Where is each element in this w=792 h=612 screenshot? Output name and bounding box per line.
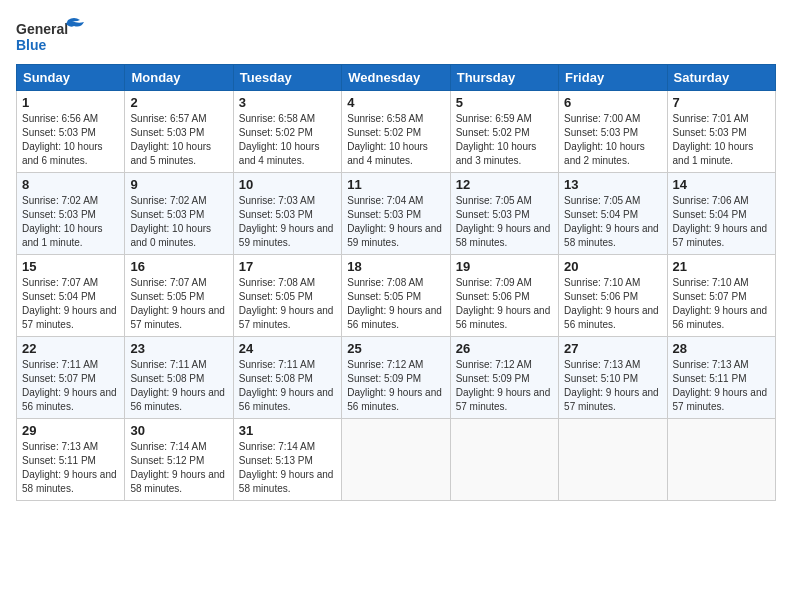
calendar-cell: 20 Sunrise: 7:10 AM Sunset: 5:06 PM Dayl… (559, 255, 667, 337)
calendar-table: SundayMondayTuesdayWednesdayThursdayFrid… (16, 64, 776, 501)
day-number: 18 (347, 259, 444, 274)
day-number: 17 (239, 259, 336, 274)
weekday-tuesday: Tuesday (233, 65, 341, 91)
calendar-cell: 2 Sunrise: 6:57 AM Sunset: 5:03 PM Dayli… (125, 91, 233, 173)
day-info: Sunrise: 7:08 AM Sunset: 5:05 PM Dayligh… (347, 276, 444, 332)
weekday-thursday: Thursday (450, 65, 558, 91)
day-number: 10 (239, 177, 336, 192)
calendar-week-4: 22 Sunrise: 7:11 AM Sunset: 5:07 PM Dayl… (17, 337, 776, 419)
day-number: 4 (347, 95, 444, 110)
calendar-cell: 16 Sunrise: 7:07 AM Sunset: 5:05 PM Dayl… (125, 255, 233, 337)
calendar-cell: 24 Sunrise: 7:11 AM Sunset: 5:08 PM Dayl… (233, 337, 341, 419)
day-info: Sunrise: 7:10 AM Sunset: 5:06 PM Dayligh… (564, 276, 661, 332)
calendar-cell: 10 Sunrise: 7:03 AM Sunset: 5:03 PM Dayl… (233, 173, 341, 255)
svg-text:Blue: Blue (16, 37, 47, 53)
weekday-sunday: Sunday (17, 65, 125, 91)
day-info: Sunrise: 7:14 AM Sunset: 5:13 PM Dayligh… (239, 440, 336, 496)
day-info: Sunrise: 6:57 AM Sunset: 5:03 PM Dayligh… (130, 112, 227, 168)
calendar-cell: 19 Sunrise: 7:09 AM Sunset: 5:06 PM Dayl… (450, 255, 558, 337)
calendar-cell: 18 Sunrise: 7:08 AM Sunset: 5:05 PM Dayl… (342, 255, 450, 337)
calendar-cell: 15 Sunrise: 7:07 AM Sunset: 5:04 PM Dayl… (17, 255, 125, 337)
calendar-cell: 14 Sunrise: 7:06 AM Sunset: 5:04 PM Dayl… (667, 173, 775, 255)
day-info: Sunrise: 6:58 AM Sunset: 5:02 PM Dayligh… (239, 112, 336, 168)
calendar-cell (559, 419, 667, 501)
day-info: Sunrise: 7:05 AM Sunset: 5:04 PM Dayligh… (564, 194, 661, 250)
weekday-friday: Friday (559, 65, 667, 91)
weekday-monday: Monday (125, 65, 233, 91)
day-info: Sunrise: 7:05 AM Sunset: 5:03 PM Dayligh… (456, 194, 553, 250)
calendar-cell (450, 419, 558, 501)
calendar-week-3: 15 Sunrise: 7:07 AM Sunset: 5:04 PM Dayl… (17, 255, 776, 337)
day-info: Sunrise: 7:06 AM Sunset: 5:04 PM Dayligh… (673, 194, 770, 250)
calendar-week-5: 29 Sunrise: 7:13 AM Sunset: 5:11 PM Dayl… (17, 419, 776, 501)
day-number: 3 (239, 95, 336, 110)
day-info: Sunrise: 7:02 AM Sunset: 5:03 PM Dayligh… (22, 194, 119, 250)
calendar-cell: 6 Sunrise: 7:00 AM Sunset: 5:03 PM Dayli… (559, 91, 667, 173)
day-info: Sunrise: 7:11 AM Sunset: 5:07 PM Dayligh… (22, 358, 119, 414)
day-number: 2 (130, 95, 227, 110)
day-info: Sunrise: 7:04 AM Sunset: 5:03 PM Dayligh… (347, 194, 444, 250)
calendar-cell: 9 Sunrise: 7:02 AM Sunset: 5:03 PM Dayli… (125, 173, 233, 255)
calendar-cell: 25 Sunrise: 7:12 AM Sunset: 5:09 PM Dayl… (342, 337, 450, 419)
day-number: 31 (239, 423, 336, 438)
calendar-cell: 26 Sunrise: 7:12 AM Sunset: 5:09 PM Dayl… (450, 337, 558, 419)
calendar-week-2: 8 Sunrise: 7:02 AM Sunset: 5:03 PM Dayli… (17, 173, 776, 255)
day-info: Sunrise: 7:11 AM Sunset: 5:08 PM Dayligh… (130, 358, 227, 414)
day-info: Sunrise: 7:02 AM Sunset: 5:03 PM Dayligh… (130, 194, 227, 250)
page-header: General Blue (16, 16, 776, 56)
weekday-saturday: Saturday (667, 65, 775, 91)
calendar-cell: 23 Sunrise: 7:11 AM Sunset: 5:08 PM Dayl… (125, 337, 233, 419)
calendar-cell (667, 419, 775, 501)
day-info: Sunrise: 7:12 AM Sunset: 5:09 PM Dayligh… (456, 358, 553, 414)
day-info: Sunrise: 7:07 AM Sunset: 5:05 PM Dayligh… (130, 276, 227, 332)
day-number: 7 (673, 95, 770, 110)
calendar-cell: 7 Sunrise: 7:01 AM Sunset: 5:03 PM Dayli… (667, 91, 775, 173)
calendar-cell (342, 419, 450, 501)
day-info: Sunrise: 7:13 AM Sunset: 5:11 PM Dayligh… (22, 440, 119, 496)
day-number: 15 (22, 259, 119, 274)
day-number: 9 (130, 177, 227, 192)
day-number: 30 (130, 423, 227, 438)
day-info: Sunrise: 7:12 AM Sunset: 5:09 PM Dayligh… (347, 358, 444, 414)
day-info: Sunrise: 7:00 AM Sunset: 5:03 PM Dayligh… (564, 112, 661, 168)
day-number: 25 (347, 341, 444, 356)
day-info: Sunrise: 7:01 AM Sunset: 5:03 PM Dayligh… (673, 112, 770, 168)
calendar-cell: 13 Sunrise: 7:05 AM Sunset: 5:04 PM Dayl… (559, 173, 667, 255)
day-info: Sunrise: 7:03 AM Sunset: 5:03 PM Dayligh… (239, 194, 336, 250)
day-number: 16 (130, 259, 227, 274)
svg-text:General: General (16, 21, 68, 37)
weekday-wednesday: Wednesday (342, 65, 450, 91)
day-number: 8 (22, 177, 119, 192)
day-info: Sunrise: 7:13 AM Sunset: 5:11 PM Dayligh… (673, 358, 770, 414)
calendar-cell: 5 Sunrise: 6:59 AM Sunset: 5:02 PM Dayli… (450, 91, 558, 173)
day-number: 22 (22, 341, 119, 356)
day-number: 11 (347, 177, 444, 192)
day-number: 19 (456, 259, 553, 274)
day-info: Sunrise: 7:14 AM Sunset: 5:12 PM Dayligh… (130, 440, 227, 496)
calendar-cell: 8 Sunrise: 7:02 AM Sunset: 5:03 PM Dayli… (17, 173, 125, 255)
day-number: 21 (673, 259, 770, 274)
day-number: 1 (22, 95, 119, 110)
calendar-cell: 12 Sunrise: 7:05 AM Sunset: 5:03 PM Dayl… (450, 173, 558, 255)
day-number: 29 (22, 423, 119, 438)
calendar-cell: 29 Sunrise: 7:13 AM Sunset: 5:11 PM Dayl… (17, 419, 125, 501)
day-info: Sunrise: 6:59 AM Sunset: 5:02 PM Dayligh… (456, 112, 553, 168)
day-number: 14 (673, 177, 770, 192)
calendar-cell: 31 Sunrise: 7:14 AM Sunset: 5:13 PM Dayl… (233, 419, 341, 501)
calendar-cell: 1 Sunrise: 6:56 AM Sunset: 5:03 PM Dayli… (17, 91, 125, 173)
calendar-cell: 4 Sunrise: 6:58 AM Sunset: 5:02 PM Dayli… (342, 91, 450, 173)
calendar-cell: 28 Sunrise: 7:13 AM Sunset: 5:11 PM Dayl… (667, 337, 775, 419)
day-number: 23 (130, 341, 227, 356)
day-number: 13 (564, 177, 661, 192)
calendar-cell: 30 Sunrise: 7:14 AM Sunset: 5:12 PM Dayl… (125, 419, 233, 501)
calendar-week-1: 1 Sunrise: 6:56 AM Sunset: 5:03 PM Dayli… (17, 91, 776, 173)
day-number: 27 (564, 341, 661, 356)
day-info: Sunrise: 6:56 AM Sunset: 5:03 PM Dayligh… (22, 112, 119, 168)
day-number: 26 (456, 341, 553, 356)
calendar-cell: 27 Sunrise: 7:13 AM Sunset: 5:10 PM Dayl… (559, 337, 667, 419)
calendar-cell: 11 Sunrise: 7:04 AM Sunset: 5:03 PM Dayl… (342, 173, 450, 255)
day-number: 24 (239, 341, 336, 356)
day-info: Sunrise: 7:11 AM Sunset: 5:08 PM Dayligh… (239, 358, 336, 414)
day-info: Sunrise: 7:10 AM Sunset: 5:07 PM Dayligh… (673, 276, 770, 332)
calendar-cell: 22 Sunrise: 7:11 AM Sunset: 5:07 PM Dayl… (17, 337, 125, 419)
